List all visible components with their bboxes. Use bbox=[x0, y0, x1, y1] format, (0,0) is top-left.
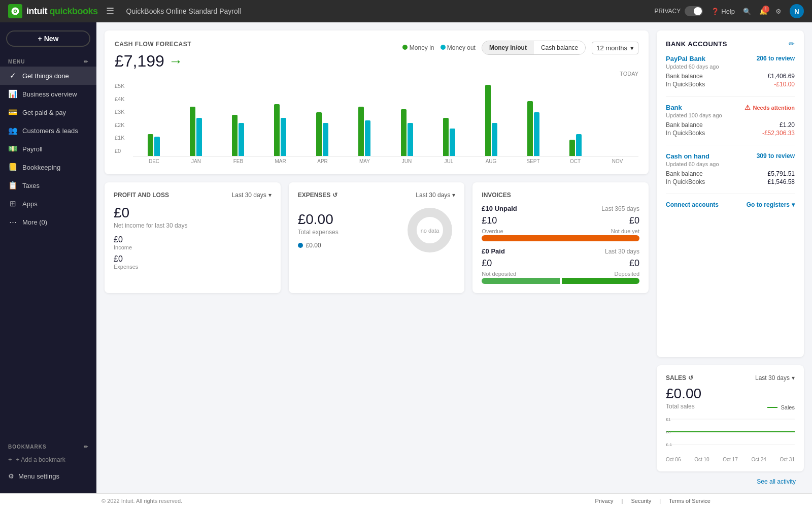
bar-group-aug bbox=[470, 85, 512, 156]
paypal-updated: Updated 60 days ago bbox=[666, 64, 795, 70]
not-deposited-bar bbox=[482, 278, 559, 284]
paypal-name[interactable]: PayPal Bank bbox=[666, 55, 705, 62]
green-bar-jan bbox=[190, 107, 195, 156]
sidebar-item-customers-leads[interactable]: 👥 Customers & leads bbox=[0, 121, 96, 140]
sales-x-oct31: Oct 31 bbox=[780, 457, 795, 462]
x-label-dec: DEC bbox=[133, 158, 175, 164]
green-bar-oct bbox=[569, 140, 575, 156]
menu-label: MENU ✏ bbox=[0, 57, 96, 67]
sales-period-selector[interactable]: Last 30 days ▾ bbox=[755, 374, 795, 382]
cashflow-card: CASH FLOW FORECAST £7,199 → Money in bbox=[105, 30, 649, 174]
sales-x-oct10: Oct 10 bbox=[694, 457, 709, 462]
paypal-review-link[interactable]: 206 to review bbox=[757, 55, 795, 62]
x-label-aug: AUG bbox=[470, 158, 512, 164]
sidebar-item-apps[interactable]: ⊞ Apps bbox=[0, 195, 96, 213]
expenses-title: EXPENSES ↺ bbox=[298, 192, 337, 199]
goto-registers-link[interactable]: Go to registers ▾ bbox=[747, 201, 795, 208]
pl-net-income-amount: £0 bbox=[114, 205, 272, 221]
deposited-label: Deposited bbox=[614, 271, 639, 277]
teal-bar-oct bbox=[576, 134, 582, 156]
money-in-dot bbox=[402, 45, 408, 50]
arrow-icon: → bbox=[168, 53, 183, 70]
sidebar-item-business-overview[interactable]: 📊 Business overview bbox=[0, 85, 96, 103]
sidebar-item-get-things-done[interactable]: ✓ Get things done bbox=[0, 67, 96, 85]
paypal-qb-row: In QuickBooks -£10.00 bbox=[666, 81, 795, 88]
sidebar-item-taxes[interactable]: 📋 Taxes bbox=[0, 176, 96, 195]
invoices-unpaid-label: £10 Unpaid bbox=[482, 205, 517, 212]
bookmarks-edit-icon[interactable]: ✏ bbox=[84, 444, 88, 450]
add-bookmark-button[interactable]: + + Add a bookmark bbox=[0, 452, 96, 467]
footer-links: Privacy | Security | Terms of Service bbox=[595, 498, 710, 504]
expenses-total-amount: £0.00 bbox=[298, 211, 397, 228]
topbar: intuit quickbooks ☰ QuickBooks Online St… bbox=[0, 0, 812, 22]
teal-bar-sept bbox=[534, 112, 539, 156]
bank-name[interactable]: Bank bbox=[666, 104, 682, 111]
connect-accounts-link[interactable]: Connect accounts bbox=[666, 201, 719, 208]
bank-account-paypal: PayPal Bank 206 to review Updated 60 day… bbox=[666, 55, 795, 97]
green-bar-aug bbox=[485, 85, 491, 156]
expenses-legend: £0.00 bbox=[298, 242, 397, 249]
help-button[interactable]: ❓ Help bbox=[711, 8, 735, 15]
sales-legend: Sales bbox=[767, 404, 795, 410]
months-selector[interactable]: 12 months ▾ bbox=[592, 42, 638, 54]
overdue-amount: £10 bbox=[482, 215, 497, 226]
money-in-out-button[interactable]: Money in/out bbox=[482, 41, 534, 54]
overdue-label: Overdue bbox=[482, 228, 503, 234]
x-label-jul: JUL bbox=[428, 158, 470, 164]
sales-x-oct17: Oct 17 bbox=[723, 457, 737, 462]
refresh-icon[interactable]: ↺ bbox=[332, 192, 337, 199]
sidebar-item-more[interactable]: ⋯ More (0) bbox=[0, 213, 96, 231]
x-label-sept: SEPT bbox=[512, 158, 554, 164]
warning-icon: ⚠ bbox=[745, 104, 751, 111]
bank-edit-icon[interactable]: ✏ bbox=[789, 40, 795, 48]
teal-bar-may bbox=[365, 120, 370, 156]
expenses-period-selector[interactable]: Last 30 days ▾ bbox=[416, 192, 455, 199]
sidebar-bottom: BOOKMARKS ✏ + + Add a bookmark ⚙ Menu se… bbox=[0, 440, 96, 489]
quickbooks-logo bbox=[8, 4, 22, 18]
pl-income-row: £0 Income bbox=[114, 235, 272, 250]
bar-group-jul bbox=[428, 118, 469, 156]
menu-settings-button[interactable]: ⚙ Menu settings bbox=[0, 467, 96, 485]
sidebar-item-get-paid-pay[interactable]: 💳 Get paid & pay bbox=[0, 103, 96, 121]
hamburger-icon[interactable]: ☰ bbox=[106, 6, 114, 17]
green-bar-may bbox=[358, 107, 364, 156]
footer-security-link[interactable]: Security bbox=[631, 498, 651, 504]
pl-period-selector[interactable]: Last 30 days ▾ bbox=[232, 192, 272, 199]
content-area: CASH FLOW FORECAST £7,199 → Money in bbox=[96, 22, 812, 493]
notification-button[interactable]: 🔔 ! bbox=[759, 8, 767, 15]
cash-review-link[interactable]: 309 to review bbox=[757, 152, 795, 160]
search-button[interactable]: 🔍 bbox=[743, 8, 751, 15]
expenses-content: £0.00 Total expenses £0.00 bbox=[298, 205, 456, 256]
settings-button[interactable]: ⚙ bbox=[775, 8, 782, 15]
sidebar-item-bookkeeping[interactable]: 📒 Bookkeeping bbox=[0, 158, 96, 176]
new-button[interactable]: + New bbox=[6, 30, 90, 47]
svg-text:£-1: £-1 bbox=[666, 442, 672, 447]
bank-header-row: Bank ⚠ Needs attention bbox=[666, 104, 795, 112]
expenses-chevron-icon: ▾ bbox=[452, 192, 455, 199]
apps-icon: ⊞ bbox=[8, 199, 17, 208]
pl-expenses-row: £0 Expenses bbox=[114, 255, 272, 270]
expenses-dot bbox=[298, 243, 303, 248]
user-avatar[interactable]: N bbox=[790, 4, 804, 18]
cash-balance-button[interactable]: Cash balance bbox=[534, 41, 585, 54]
teal-bar-jul bbox=[450, 129, 455, 156]
sales-refresh-icon[interactable]: ↺ bbox=[688, 374, 693, 382]
cashflow-title: CASH FLOW FORECAST bbox=[115, 41, 191, 48]
sales-line-icon bbox=[767, 407, 777, 408]
invoices-amounts: £10 £0 bbox=[482, 215, 639, 226]
sales-x-oct24: Oct 24 bbox=[751, 457, 766, 462]
invoices-title: INVOICES bbox=[482, 192, 511, 199]
menu-edit-icon[interactable]: ✏ bbox=[84, 59, 88, 65]
bank-accounts-card: BANK ACCOUNTS ✏ PayPal Bank 206 to revie… bbox=[657, 30, 804, 357]
privacy-switch[interactable] bbox=[685, 6, 703, 16]
footer-terms-link[interactable]: Terms of Service bbox=[669, 498, 710, 504]
paypal-balance-row: Bank balance £1,406.69 bbox=[666, 73, 795, 80]
teal-bar-dec bbox=[154, 137, 160, 156]
see-all-activity-link[interactable]: See all activity bbox=[757, 478, 796, 485]
cash-name[interactable]: Cash on hand bbox=[666, 152, 709, 160]
y-label-0: £0 bbox=[115, 148, 133, 154]
activity-link-area: See all activity bbox=[657, 471, 804, 485]
sidebar-item-payroll[interactable]: 💵 Payroll bbox=[0, 140, 96, 158]
bank-qb-row: In QuickBooks -£52,306.33 bbox=[666, 130, 795, 137]
footer-privacy-link[interactable]: Privacy bbox=[595, 498, 614, 504]
